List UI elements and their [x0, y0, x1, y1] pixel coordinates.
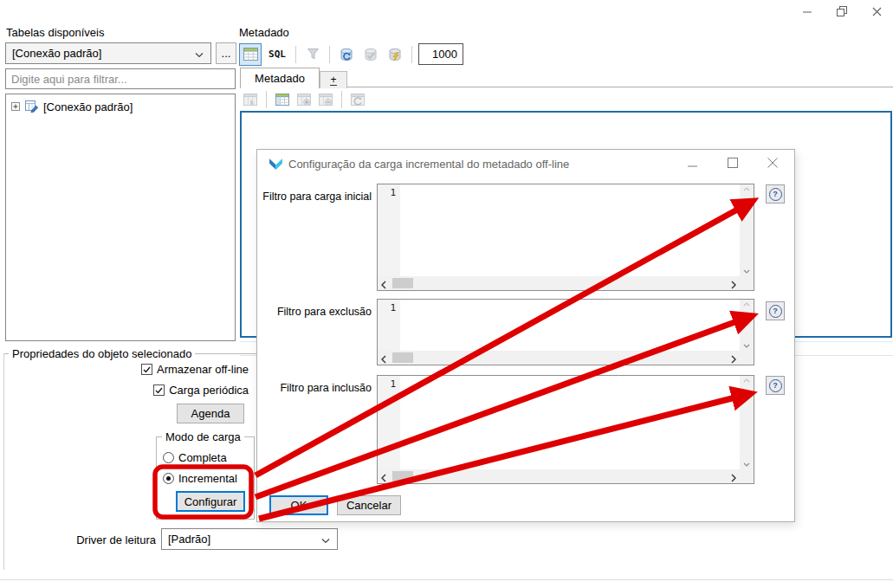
sql-icon[interactable]: SQL [265, 44, 289, 65]
periodic-load-label: Carga periódica [169, 384, 249, 397]
table-remove-icon[interactable] [317, 91, 334, 108]
driver-select[interactable]: [Padrão] [161, 528, 338, 550]
connection-table-icon [24, 99, 39, 115]
help-button-initial[interactable]: ? [766, 184, 785, 204]
table-filter-input[interactable] [5, 68, 236, 89]
toolbar-separator [266, 91, 267, 108]
plus-icon: + [330, 75, 336, 86]
chevron-down-icon [321, 533, 330, 546]
close-icon[interactable] [870, 5, 883, 17]
restore-icon[interactable] [836, 5, 848, 17]
connection-select-value: [Conexão padrão] [12, 47, 101, 60]
scrollbar-thumb[interactable] [392, 278, 413, 288]
scroll-right-icon [731, 353, 736, 366]
scrollbar-corner [740, 276, 754, 290]
checkbox-checked-icon[interactable] [153, 384, 165, 396]
ok-button[interactable]: OK [269, 495, 328, 515]
minimize-icon[interactable] [801, 5, 813, 17]
connection-select[interactable]: [Conexão padrão] [5, 42, 211, 64]
table-refresh-icon[interactable] [349, 91, 366, 108]
dialog-maximize-icon[interactable] [728, 158, 738, 171]
filter-exclusion-label: Filtro para exclusão [257, 306, 372, 318]
vertical-scrollbar[interactable] [740, 300, 754, 351]
scroll-down-icon [743, 344, 750, 348]
driver-select-value: [Padrão] [168, 533, 210, 546]
cancel-button[interactable]: Cancelar [337, 495, 401, 515]
scrollbar-corner [740, 469, 754, 483]
filter-inclusion-label: Filtro para inclusão [257, 382, 372, 394]
tree-item-connection[interactable]: [Conexão padrão] [6, 94, 235, 115]
configurar-button[interactable]: Configurar [176, 491, 245, 512]
expander-plus-icon[interactable] [11, 100, 20, 113]
table-export-icon[interactable] [242, 91, 259, 108]
scroll-left-icon [381, 353, 386, 366]
horizontal-scrollbar[interactable] [378, 351, 740, 365]
table-add-icon[interactable] [295, 91, 313, 108]
tables-panel-title: Tabelas disponíveis [6, 26, 104, 39]
scroll-left-icon [381, 279, 386, 292]
tab-metadado-label: Metadado [255, 72, 305, 85]
dialog-minimize-icon[interactable] [688, 160, 698, 173]
tab-metadado[interactable]: Metadado [240, 68, 320, 88]
properties-group-title: Propriedades do objeto selecionado [9, 347, 195, 360]
store-offline-row[interactable]: Armazenar off-line [43, 363, 249, 376]
horizontal-scrollbar[interactable] [378, 276, 740, 290]
radio-incremental-label: Incremental [178, 472, 237, 485]
dialog-title: Configuração da carga incremental do met… [288, 158, 569, 171]
driver-label-row: Driver de leitura [52, 533, 156, 546]
load-mode-title: Modo de carga [162, 430, 244, 443]
properties-group-left-border [3, 353, 4, 570]
tree-item-label: [Conexão padrão] [43, 100, 133, 113]
filter-exclusion-editor[interactable]: 1 [377, 299, 754, 365]
horizontal-scrollbar[interactable] [378, 469, 740, 483]
checkbox-checked-icon[interactable] [141, 364, 152, 375]
metadata-table-icon[interactable] [274, 91, 291, 108]
periodic-load-row[interactable]: Carga periódica [43, 384, 249, 397]
scroll-right-icon [731, 472, 736, 485]
scroll-up-icon [743, 378, 750, 383]
db-sync-icon[interactable] [336, 44, 357, 65]
scrollbar-thumb[interactable] [392, 471, 413, 481]
db-bolt-icon[interactable] [385, 44, 405, 65]
table-view-icon[interactable] [239, 43, 262, 66]
metadata-panel-title: Metadado [239, 26, 289, 39]
incremental-load-dialog: Configuração da carga incremental do met… [256, 149, 795, 522]
filter-initial-editor[interactable]: 1 [377, 184, 754, 291]
tables-tree-panel[interactable]: [Conexão padrão] [5, 94, 236, 341]
application-window: Tabelas disponíveis [Conexão padrão] ...… [0, 0, 893, 588]
filter-funnel-icon[interactable] [302, 44, 323, 65]
agenda-button[interactable]: Agenda [177, 404, 244, 423]
help-button-exclusion[interactable]: ? [766, 301, 785, 320]
line-number-gutter: 1 [378, 300, 400, 351]
radio-completa-row[interactable]: Completa [163, 451, 227, 464]
scroll-left-icon [381, 472, 386, 485]
scrollbar-thumb[interactable] [392, 352, 413, 363]
add-tab-button[interactable]: + [320, 71, 347, 88]
vertical-scrollbar[interactable] [740, 184, 754, 276]
toolbar-separator [341, 91, 342, 108]
dialog-close-icon[interactable] [767, 158, 778, 171]
help-icon: ? [769, 379, 782, 392]
line-number-gutter: 1 [378, 184, 400, 276]
radio-completa-label: Completa [178, 451, 227, 464]
db-check-icon[interactable] [360, 44, 381, 65]
scroll-down-icon [743, 462, 750, 467]
radio-incremental-row[interactable]: Incremental [163, 472, 237, 485]
help-icon: ? [769, 188, 782, 201]
scroll-down-icon [743, 269, 750, 274]
help-icon: ? [769, 305, 782, 318]
radio-unselected-icon[interactable] [163, 452, 174, 463]
store-offline-label: Armazenar off-line [157, 363, 249, 376]
vertical-scrollbar[interactable] [740, 376, 754, 469]
scroll-up-icon [743, 302, 750, 307]
scrollbar-corner [740, 351, 754, 365]
scroll-up-icon [743, 187, 750, 191]
filter-inclusion-editor[interactable]: 1 [377, 375, 754, 484]
toolbar-separator [329, 46, 330, 63]
statusbar-divider [0, 579, 893, 580]
radio-selected-icon[interactable] [163, 473, 174, 484]
help-button-inclusion[interactable]: ? [766, 376, 785, 395]
chevron-down-icon [195, 47, 204, 60]
row-limit-input[interactable] [418, 43, 463, 65]
browse-connections-button[interactable]: ... [216, 42, 236, 64]
